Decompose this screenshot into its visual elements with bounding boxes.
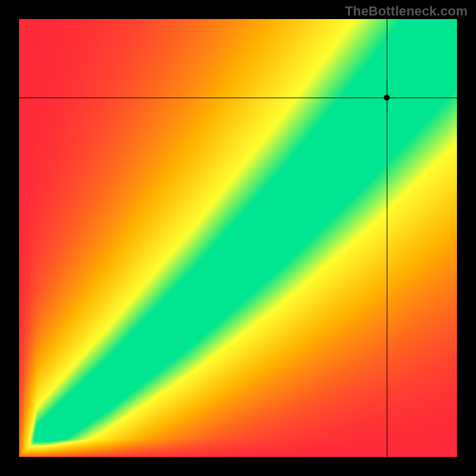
crosshair-vertical [387,19,387,457]
crosshair-marker [384,95,390,101]
bottleneck-heatmap [19,19,457,457]
crosshair-horizontal [19,98,457,98]
chart-frame: TheBottleneck.com [0,0,476,476]
attribution-label: TheBottleneck.com [345,4,468,19]
